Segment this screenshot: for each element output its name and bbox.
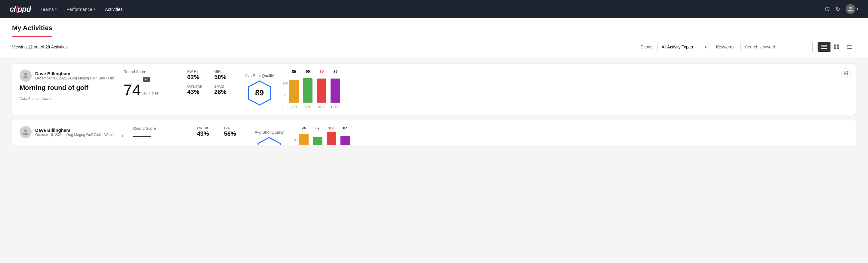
bar-app-value: 90 [306, 69, 310, 74]
bar-putt: 89 PUTT [331, 69, 340, 109]
viewing-prefix: Viewing [12, 45, 28, 49]
bar-ott-name: OTT [290, 105, 297, 109]
stat-gir-2-label: GIR [224, 126, 245, 130]
bar-ott-value: 85 [292, 69, 296, 74]
bar2-arg-fill [327, 132, 336, 145]
nav-activities[interactable]: Activities [105, 5, 123, 13]
bar2-putt-value: 87 [343, 126, 347, 130]
stat-updown-label: Up/Down [187, 84, 208, 88]
svg-rect-0 [822, 45, 827, 46]
bar2-arg: 106 ARG [327, 126, 336, 145]
bar-putt-colored [331, 79, 340, 103]
view-grid-button[interactable] [831, 42, 843, 52]
round-score-section: Round Score 74 +4 18 Holes [123, 69, 178, 98]
viewing-text: Viewing 12 out of 29 Activities [12, 45, 636, 49]
svg-rect-9 [847, 47, 847, 48]
stat-grid: FW Hit 62% GIR 50% Up/Down 43% 1 Putt 28… [187, 69, 235, 95]
stat-gir-2-value: 56% [224, 130, 245, 137]
bar-arg-name: ARG [318, 105, 326, 109]
svg-rect-5 [834, 48, 836, 50]
logo[interactable]: clippd [10, 4, 31, 14]
svg-rect-6 [837, 48, 839, 50]
holes-text: 18 Holes [143, 91, 158, 95]
shot-quality-hexagon-2 [257, 138, 281, 146]
viewing-count: 12 [28, 45, 33, 49]
data-source: Data Source: Arccos [20, 96, 114, 101]
bar2-ott-stack [299, 132, 309, 145]
bar2-putt: 87 PUTT [340, 126, 350, 145]
svg-rect-7 [847, 45, 847, 46]
svg-rect-11 [847, 48, 847, 49]
bar-ott-fill [289, 80, 299, 103]
score-placeholder [133, 136, 151, 137]
avg-shot-quality-wrap-2: Avg Shot Quality [255, 130, 284, 146]
svg-rect-1 [822, 47, 827, 48]
nav-performance-chevron: ▾ [94, 7, 95, 11]
bar-arg-fill [317, 79, 326, 103]
profile-icon [847, 6, 854, 12]
score-details: +4 18 Holes [143, 77, 158, 98]
edit-icon [844, 71, 848, 75]
bar2-ott: 94 OTT [299, 126, 309, 145]
activity-card-2: Dave Billingham October 16, 2021 - Gog M… [12, 120, 856, 145]
bar2-putt-fill [340, 136, 350, 145]
activity-type-dropdown[interactable]: All Activity Types ▾ [657, 42, 711, 52]
stat-updown: Up/Down 43% [187, 84, 208, 95]
activity-type-chevron: ▾ [705, 45, 707, 49]
user-avatar [20, 69, 32, 82]
stat-1putt-label: 1 Putt [214, 84, 235, 88]
filter-bar: Viewing 12 out of 29 Activities Show: Al… [0, 37, 868, 57]
nav-performance[interactable]: Performance ▾ [66, 5, 95, 13]
navbar-right: ⊕ ↻ ▾ [825, 4, 858, 14]
bar-app: 90 APP [303, 69, 312, 109]
card-user-info-2: Dave Billingham October 16, 2021 - Gog M… [20, 126, 124, 141]
avg-shot-quality-label-2: Avg Shot Quality [255, 130, 284, 135]
profile-menu[interactable]: ▾ [846, 4, 858, 14]
svg-rect-2 [822, 48, 827, 49]
user-details-2: Dave Billingham October 16, 2021 - Gog M… [35, 127, 124, 137]
stat-gir-2: GIR 56% [224, 126, 245, 137]
stat-updown-value: 43% [187, 88, 208, 95]
chart-yaxis-2: 100 50 0 [292, 138, 298, 145]
nav-performance-label: Performance [66, 7, 92, 12]
chart-bars: 85 OTT 90 APP [289, 69, 340, 109]
stat-gir-label: GIR [214, 69, 235, 74]
nav-teams[interactable]: Teams ▾ [40, 5, 57, 13]
shot-quality-chart: 100 50 0 85 OTT 90 [282, 69, 340, 109]
viewing-total: 29 [45, 45, 50, 49]
stat-grid-2: FW Hit 43% GIR 56% [197, 126, 245, 137]
search-input[interactable] [741, 42, 813, 52]
stat-fw-hit-2-value: 43% [197, 130, 218, 137]
bar-putt-value: 89 [334, 69, 337, 74]
chart-bars-2: 94 OTT 82 APP 106 [299, 126, 350, 145]
user-name-2: Dave Billingham [35, 127, 124, 133]
user-avatar-2 [20, 126, 32, 138]
view-list-compact-button[interactable] [818, 42, 831, 52]
round-score-wrap: 74 +4 18 Holes [123, 77, 178, 98]
svg-rect-4 [837, 45, 839, 47]
profile-chevron: ▾ [857, 7, 858, 11]
stat-fw-hit-label: FW Hit [187, 69, 208, 74]
shot-quality-chart-2: 100 50 0 94 OTT 82 [292, 126, 350, 145]
add-icon[interactable]: ⊕ [825, 5, 830, 13]
activity-title: Morning round of golf [20, 84, 114, 92]
card-user-info: Dave Billingham December 05, 2021 - Gog … [20, 69, 114, 101]
bar2-arg-value: 106 [329, 126, 335, 130]
refresh-icon[interactable]: ↻ [835, 5, 840, 12]
svg-rect-10 [848, 47, 852, 47]
stat-fw-hit: FW Hit 62% [187, 69, 208, 81]
user-row: Dave Billingham December 05, 2021 - Gog … [20, 69, 114, 82]
user-date: December 05, 2021 - Gog Magog Golf Club … [35, 76, 114, 80]
avg-shot-quality-label: Avg Shot Quality [245, 74, 274, 78]
edit-button[interactable] [841, 68, 851, 78]
stat-1putt: 1 Putt 28% [214, 84, 235, 95]
view-list-full-button[interactable] [843, 42, 856, 52]
activity-type-value: All Activity Types [662, 45, 693, 49]
user-details: Dave Billingham December 05, 2021 - Gog … [35, 71, 114, 80]
activities-list: Dave Billingham December 05, 2021 - Gog … [0, 57, 868, 156]
grid-icon [834, 45, 839, 49]
shot-quality-section: Avg Shot Quality 89 100 50 0 [245, 69, 848, 109]
svg-rect-12 [848, 49, 852, 49]
bar2-app-fill [313, 137, 322, 145]
activity-card: Dave Billingham December 05, 2021 - Gog … [12, 63, 856, 115]
